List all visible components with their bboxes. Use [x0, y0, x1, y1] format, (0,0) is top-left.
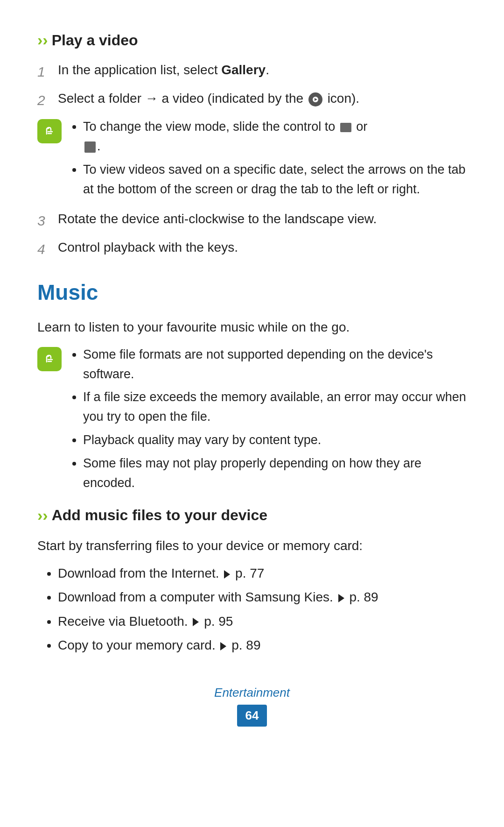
step-2: 2 Select a folder → a video (indicated b… [37, 89, 467, 111]
chevron-icon: ›› [37, 28, 48, 52]
music-note-item-3: Playback quality may vary by content typ… [83, 431, 467, 450]
note-box-music: Some file formats are not supported depe… [37, 345, 467, 497]
step-2-text: Select a folder → a video (indicated by … [58, 89, 359, 108]
footer-label: Entertainment [37, 684, 467, 702]
step-4-text: Control playback with the keys. [58, 238, 238, 257]
step-2-number: 2 [37, 89, 58, 111]
video-indicator-icon [308, 92, 322, 106]
note-1-list: To change the view mode, slide the contr… [70, 117, 467, 199]
play-a-video-heading: ›› Play a video [37, 28, 467, 52]
add-music-heading: ›› Add music files to your device [37, 503, 467, 527]
list-view-icon [340, 123, 351, 132]
music-section: Music Learn to listen to your favourite … [37, 276, 467, 655]
add-music-item-3: Receive via Bluetooth. p. 95 [58, 611, 467, 631]
add-music-description: Start by transferring files to your devi… [37, 536, 467, 556]
add-music-item-4: Copy to your memory card. p. 89 [58, 635, 467, 655]
music-title: Music [37, 276, 467, 309]
add-music-item-1: Download from the Internet. p. 77 [58, 563, 467, 583]
step-4: 4 Control playback with the keys. [37, 238, 467, 260]
footer-page-number: 64 [237, 705, 267, 727]
music-note-item-4: Some files may not play properly dependi… [83, 454, 467, 493]
step-1-text: In the application list, select Gallery. [58, 60, 269, 80]
music-note-item-2: If a file size exceeds the memory availa… [83, 388, 467, 427]
note-1-content: To change the view mode, slide the contr… [70, 117, 467, 203]
heading-text: Play a video [52, 29, 138, 51]
step-3: 3 Rotate the device anti-clockwise to th… [37, 209, 467, 231]
note-1-item-1: To change the view mode, slide the contr… [83, 117, 467, 156]
music-note-item-1: Some file formats are not supported depe… [83, 345, 467, 384]
step-3-text: Rotate the device anti-clockwise to the … [58, 209, 377, 229]
step-4-number: 4 [37, 238, 58, 260]
music-description: Learn to listen to your favourite music … [37, 317, 467, 337]
page-footer: Entertainment 64 [37, 684, 467, 727]
step-3-number: 3 [37, 209, 58, 231]
music-note-content: Some file formats are not supported depe… [70, 345, 467, 497]
play-arrow-icon-2 [338, 594, 344, 602]
step-1-number: 1 [37, 60, 58, 82]
add-music-list: Download from the Internet. p. 77 Downlo… [37, 563, 467, 656]
note-1-item-2: To view videos saved on a specific date,… [83, 160, 467, 199]
step-1: 1 In the application list, select Galler… [37, 60, 467, 82]
gallery-bold: Gallery [221, 63, 266, 77]
note-icon-1 [37, 119, 62, 143]
add-music-heading-text: Add music files to your device [52, 504, 267, 526]
play-arrow-icon-4 [220, 642, 226, 650]
add-music-item-2: Download from a computer with Samsung Ki… [58, 587, 467, 607]
add-music-files-section: ›› Add music files to your device Start … [37, 503, 467, 656]
play-a-video-section: ›› Play a video 1 In the application lis… [37, 28, 467, 260]
play-arrow-icon-3 [193, 618, 199, 626]
play-arrow-icon-1 [224, 570, 230, 579]
grid-view-icon [84, 141, 96, 153]
note-box-1: To change the view mode, slide the contr… [37, 117, 467, 203]
note-icon-music [37, 347, 62, 371]
music-note-list: Some file formats are not supported depe… [70, 345, 467, 493]
chevron-icon-2: ›› [37, 503, 48, 527]
